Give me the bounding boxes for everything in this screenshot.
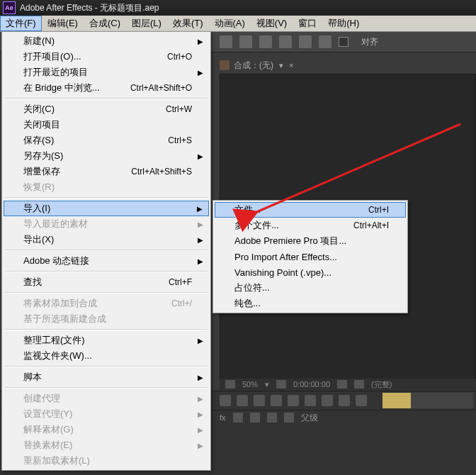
menu-separator — [5, 250, 208, 251]
submenu-arrow-icon: ▶ — [198, 257, 203, 265]
menu-视图[interactable]: 视图(V) — [251, 16, 293, 31]
column-icon[interactable] — [267, 413, 277, 423]
import-submenu-item-5[interactable]: 占位符... — [215, 280, 406, 296]
timeline-tool-icon[interactable] — [288, 395, 299, 406]
import-submenu-item-0[interactable]: 文件...Ctrl+I — [215, 202, 406, 218]
timeline-work-area[interactable] — [382, 393, 411, 408]
composition-dropdown-icon[interactable]: ▾ — [279, 61, 283, 70]
tool-icon[interactable] — [299, 35, 312, 48]
file-menu-item-20: 将素材添加到合成Ctrl+/ — [4, 296, 209, 311]
file-menu-item-14[interactable]: 导出(X)▶ — [4, 232, 209, 247]
column-icon[interactable] — [250, 413, 260, 423]
menu-item-shortcut: Ctrl+Alt+I — [353, 220, 389, 230]
menu-item-label: 查找 — [23, 276, 169, 289]
file-menu-item-32: 重新加载素材(L) — [4, 453, 209, 469]
file-menu-item-18[interactable]: 查找Ctrl+F — [4, 274, 209, 290]
menu-文件[interactable]: 文件(F) — [0, 16, 42, 31]
import-submenu-item-4[interactable]: Vanishing Point (.vpe)... — [215, 264, 406, 280]
viewer-icon[interactable] — [225, 380, 235, 389]
viewer-timecode[interactable]: 0:00:00:00 — [293, 380, 330, 389]
menu-separator — [5, 197, 208, 199]
menu-编辑[interactable]: 编辑(E) — [42, 16, 84, 31]
file-menu-item-5[interactable]: 关闭(C)Ctrl+W — [4, 101, 209, 117]
menu-item-label: 解释素材(G) — [23, 423, 192, 436]
menu-item-label: 在 Bridge 中浏览... — [23, 82, 130, 94]
menu-item-label: 多个文件... — [234, 219, 353, 232]
menu-item-label: 保存(S) — [23, 134, 168, 147]
file-menu-item-7[interactable]: 保存(S)Ctrl+S — [4, 133, 209, 148]
timeline-track[interactable] — [382, 393, 473, 408]
tool-icon[interactable] — [319, 35, 332, 48]
file-menu-item-16[interactable]: Adobe 动态链接▶ — [4, 253, 209, 269]
file-menu-item-12[interactable]: 导入(I)▶ — [4, 201, 209, 216]
submenu-arrow-icon: ▶ — [198, 374, 203, 381]
tool-icon[interactable] — [279, 35, 292, 48]
viewer-icon[interactable] — [354, 380, 364, 389]
file-menu-item-3[interactable]: 在 Bridge 中浏览...Ctrl+Alt+Shift+O — [4, 80, 209, 96]
tool-icon[interactable] — [220, 35, 232, 48]
menu-item-label: 监视文件夹(W)... — [23, 350, 192, 362]
submenu-arrow-icon: ▶ — [198, 236, 203, 244]
parent-column-label: 父级 — [301, 412, 318, 424]
submenu-arrow-icon: ▶ — [198, 337, 203, 345]
file-menu-item-9[interactable]: 增量保存Ctrl+Alt+Shift+S — [4, 164, 209, 179]
import-submenu-item-2[interactable]: Adobe Premiere Pro 项目... — [215, 233, 406, 249]
file-menu-item-1[interactable]: 打开项目(O)...Ctrl+O — [4, 49, 209, 65]
timeline-tool-icon[interactable] — [237, 395, 248, 406]
import-submenu-item-1[interactable]: 多个文件...Ctrl+Alt+I — [215, 218, 406, 233]
file-menu-item-2[interactable]: 打开最近的项目▶ — [4, 65, 209, 80]
menu-效果[interactable]: 效果(T) — [167, 16, 209, 31]
timeline-tool-icon[interactable] — [254, 395, 265, 406]
timeline-tool-icon[interactable] — [220, 395, 231, 406]
menu-图层[interactable]: 图层(L) — [126, 16, 167, 31]
timeline-tool-icon[interactable] — [322, 395, 333, 406]
window-title: Adobe After Effects - 无标题项目.aep — [20, 2, 159, 14]
app-logo-icon: Ae — [3, 1, 16, 14]
menu-separator — [5, 366, 208, 367]
tool-icon[interactable] — [259, 35, 272, 48]
menu-item-shortcut: Ctrl+F — [169, 277, 192, 287]
timeline-tool-icon[interactable] — [305, 395, 316, 406]
column-icon[interactable] — [233, 413, 243, 423]
file-menu-item-24[interactable]: 监视文件夹(W)... — [4, 348, 209, 364]
file-menu-item-8[interactable]: 另存为(S)▶ — [4, 148, 209, 164]
menu-item-label: 纯色... — [234, 297, 389, 310]
viewer-icon[interactable] — [276, 380, 286, 389]
menu-separator — [5, 98, 208, 99]
menu-item-shortcut: Ctrl+S — [168, 135, 192, 145]
menu-item-shortcut: Ctrl+Alt+Shift+O — [130, 83, 192, 93]
menu-item-label: 脚本 — [23, 371, 192, 384]
submenu-arrow-icon: ▶ — [197, 205, 203, 213]
composition-tab[interactable]: 合成：(无) ▾ × — [220, 58, 293, 72]
timeline-tool-icon[interactable] — [271, 395, 282, 406]
menu-窗口[interactable]: 窗口 — [293, 16, 322, 31]
viewer-zoom[interactable]: 50% — [242, 380, 258, 389]
viewer-icon[interactable] — [337, 380, 347, 389]
import-submenu-item-3[interactable]: Pro Import After Effects... — [215, 249, 406, 264]
menu-item-label: 替换素材(E) — [23, 439, 192, 452]
menu-动画[interactable]: 动画(A) — [209, 16, 251, 31]
file-menu-item-13: 导入最近的素材▶ — [4, 216, 209, 232]
submenu-arrow-icon: ▶ — [198, 69, 203, 77]
composition-title: 合成：(无) — [234, 60, 273, 72]
file-menu-dropdown: 新建(N)▶打开项目(O)...Ctrl+O打开最近的项目▶在 Bridge 中… — [1, 31, 211, 471]
submenu-arrow-icon: ▶ — [198, 410, 203, 418]
tool-icon[interactable] — [239, 35, 252, 48]
column-icon[interactable] — [284, 413, 294, 423]
align-checkbox[interactable] — [339, 37, 348, 47]
viewer-state[interactable]: (完整) — [371, 379, 392, 390]
import-submenu-item-6[interactable]: 纯色... — [215, 296, 406, 311]
file-menu-item-26[interactable]: 脚本▶ — [4, 369, 209, 385]
timeline-tool-icon[interactable] — [356, 395, 367, 406]
menu-合成[interactable]: 合成(C) — [84, 16, 126, 31]
timeline-tool-icon[interactable] — [339, 395, 350, 406]
menu-帮助[interactable]: 帮助(H) — [322, 16, 365, 31]
file-menu-item-6[interactable]: 关闭项目 — [4, 117, 209, 133]
submenu-arrow-icon: ▶ — [198, 38, 203, 45]
menu-item-label: 打开项目(O)... — [23, 50, 167, 63]
composition-close-icon[interactable]: × — [289, 61, 293, 69]
file-menu-item-0[interactable]: 新建(N)▶ — [4, 33, 209, 49]
file-menu-item-31: 替换素材(E)▶ — [4, 437, 209, 453]
submenu-arrow-icon: ▶ — [198, 220, 203, 228]
file-menu-item-23[interactable]: 整理工程(文件)▶ — [4, 332, 209, 348]
